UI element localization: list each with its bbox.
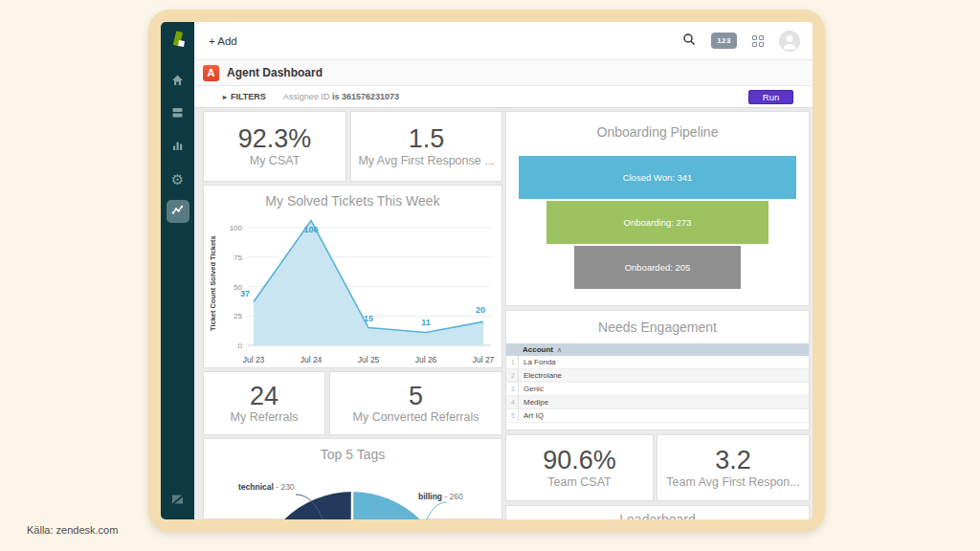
kpi-team-csat: 90.6% Team CSAT bbox=[505, 434, 654, 501]
account-cell: Medipe bbox=[519, 398, 548, 407]
svg-text:Jul 23: Jul 23 bbox=[243, 355, 265, 364]
needs-engagement-card: Needs Engagement Account ∧ 1La Fonda2Ele… bbox=[505, 310, 810, 430]
topbar-actions: 123 bbox=[682, 31, 800, 52]
kpi-team-avg-first-response: 3.2 Team Avg First Respon... bbox=[657, 434, 810, 501]
sort-ascending-icon: ∧ bbox=[557, 346, 562, 354]
pie-slice-label: technical - 230 bbox=[238, 482, 295, 492]
table-row: 1La Fonda bbox=[506, 356, 809, 369]
kpi-label: My Avg First Response ... bbox=[358, 154, 494, 167]
main-area: + Add 123 bbox=[194, 22, 813, 519]
kpi-label: Team CSAT bbox=[547, 475, 611, 489]
app-window: ⚙ bbox=[161, 22, 813, 519]
top-bar: + Add 123 bbox=[194, 22, 813, 60]
row-number: 5 bbox=[506, 409, 519, 422]
kpi-label: My CSAT bbox=[250, 154, 301, 167]
sidebar-item-home[interactable] bbox=[167, 70, 189, 93]
kpi-my-csat: 92.3% My CSAT bbox=[203, 111, 346, 182]
pie-slice-label: billing - 260 bbox=[418, 492, 463, 501]
screenshot-frame: ⚙ bbox=[148, 10, 825, 532]
kpi-value: 1.5 bbox=[409, 125, 445, 154]
referrals-row: 24 My Referrals 5 My Converted Referrals bbox=[203, 371, 502, 435]
svg-text:Jul 27: Jul 27 bbox=[473, 355, 495, 364]
sidebar-item-settings[interactable]: ⚙ bbox=[167, 167, 189, 190]
kpi-value: 5 bbox=[409, 383, 423, 411]
svg-text:Jul 26: Jul 26 bbox=[415, 355, 437, 364]
kpi-label: My Referrals bbox=[231, 410, 299, 424]
sidebar-item-dashboards[interactable] bbox=[167, 200, 189, 223]
filter-value: is 361576231073 bbox=[332, 92, 399, 101]
kpi-my-converted-referrals: 5 My Converted Referrals bbox=[329, 371, 502, 435]
filters-toggle[interactable]: ▸ FILTERS bbox=[223, 92, 266, 101]
row-number: 3 bbox=[506, 383, 519, 395]
onboarding-pipeline-card: Onboarding Pipeline Closed Won: 341Onboa… bbox=[505, 111, 810, 306]
table-row: 4Medipe bbox=[506, 396, 809, 409]
chart-title: My Solved Tickets This Week bbox=[204, 193, 501, 209]
sidebar-item-datasets[interactable] bbox=[167, 102, 189, 125]
avatar[interactable] bbox=[779, 31, 800, 52]
run-button[interactable]: Run bbox=[748, 90, 793, 104]
right-column: Onboarding Pipeline Closed Won: 341Onboa… bbox=[505, 111, 810, 519]
bar-chart-icon bbox=[170, 138, 185, 156]
chart-title: Leaderboard bbox=[506, 512, 809, 519]
zendesk-logo-icon bbox=[167, 487, 189, 510]
svg-text:15: 15 bbox=[364, 314, 373, 323]
table-row: 3Genic bbox=[506, 383, 809, 396]
funnel-chart: Closed Won: 341Onboarding: 273Onboarded:… bbox=[506, 156, 809, 289]
kpi-value: 90.6% bbox=[543, 447, 616, 475]
chart-title: Needs Engagement bbox=[506, 320, 809, 335]
filter-field: Assignee ID bbox=[283, 92, 330, 101]
svg-text:11: 11 bbox=[421, 318, 431, 327]
source-caption: Källa: zendesk.com bbox=[27, 524, 118, 536]
my-kpi-row: 92.3% My CSAT 1.5 My Avg First Response … bbox=[203, 111, 502, 182]
row-number: 4 bbox=[506, 396, 519, 408]
left-column: 92.3% My CSAT 1.5 My Avg First Response … bbox=[203, 111, 502, 519]
table-body: 1La Fonda2Electrolane3Genic4Medipe5Art I… bbox=[506, 356, 809, 423]
count-badge[interactable]: 123 bbox=[711, 33, 737, 49]
row-number: 1 bbox=[506, 356, 519, 368]
filter-clause[interactable]: Assignee ID is 361576231073 bbox=[283, 92, 399, 101]
table-row: 5Art IQ bbox=[506, 409, 809, 423]
svg-text:25: 25 bbox=[234, 312, 242, 320]
sidebar: ⚙ bbox=[161, 22, 194, 519]
svg-text:20: 20 bbox=[476, 305, 485, 315]
gear-icon: ⚙ bbox=[171, 172, 184, 187]
area-chart: 025507510037106151120Jul 23Jul 24Jul 25J… bbox=[206, 210, 501, 367]
svg-text:75: 75 bbox=[234, 253, 242, 262]
dashboard-app-icon: A bbox=[203, 65, 219, 81]
kpi-label: My Converted Referrals bbox=[353, 410, 479, 424]
column-label: Account bbox=[523, 345, 553, 354]
account-cell: Art IQ bbox=[519, 411, 544, 420]
table-header-account[interactable]: Account ∧ bbox=[506, 343, 809, 356]
svg-text:Jul 25: Jul 25 bbox=[358, 355, 380, 364]
apps-grid-icon[interactable] bbox=[752, 35, 764, 47]
funnel-stage-onboarding: Onboarding: 273 bbox=[546, 201, 768, 244]
filter-bar: ▸ FILTERS Assignee ID is 361576231073 Ru… bbox=[194, 86, 813, 108]
caret-right-icon: ▸ bbox=[223, 93, 227, 101]
table-row: 2Electrolane bbox=[506, 369, 809, 383]
team-kpi-row: 90.6% Team CSAT 3.2 Team Avg First Respo… bbox=[505, 434, 810, 501]
sidebar-item-reports[interactable] bbox=[167, 135, 189, 158]
search-icon[interactable] bbox=[682, 33, 696, 50]
kpi-value: 24 bbox=[250, 383, 278, 411]
funnel-stage-closed-won: Closed Won: 341 bbox=[519, 156, 796, 199]
kpi-my-referrals: 24 My Referrals bbox=[203, 371, 325, 435]
kpi-value: 92.3% bbox=[238, 125, 312, 154]
datasets-icon bbox=[170, 105, 185, 123]
solved-tickets-chart-card: My Solved Tickets This Week Ticket Count… bbox=[203, 185, 502, 368]
svg-text:106: 106 bbox=[303, 225, 318, 234]
kpi-value: 3.2 bbox=[715, 447, 751, 475]
row-number: 2 bbox=[506, 369, 519, 382]
dashboard-title-bar: A Agent Dashboard bbox=[194, 60, 813, 86]
account-cell: La Fonda bbox=[519, 358, 556, 366]
kpi-label: Team Avg First Respon... bbox=[666, 475, 799, 489]
add-button[interactable]: + Add bbox=[209, 35, 237, 47]
dashboard-content: 92.3% My CSAT 1.5 My Avg First Response … bbox=[194, 108, 813, 519]
leaderboard-card: Leaderboard bbox=[505, 505, 810, 519]
kpi-my-avg-first-response: 1.5 My Avg First Response ... bbox=[350, 111, 502, 182]
top-tags-card: Top 5 Tags technical - 230billing - 260 bbox=[203, 438, 502, 519]
explore-logo-icon bbox=[167, 30, 189, 55]
svg-text:0: 0 bbox=[238, 342, 243, 350]
chart-title: Onboarding Pipeline bbox=[506, 124, 809, 140]
line-chart-icon bbox=[170, 203, 185, 221]
svg-text:37: 37 bbox=[240, 289, 250, 298]
